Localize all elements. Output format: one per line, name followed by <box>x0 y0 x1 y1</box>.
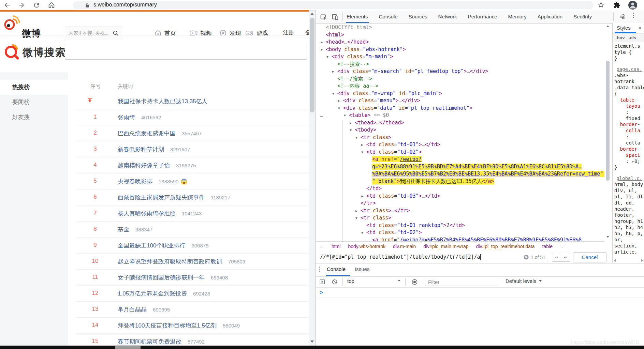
tree-node[interactable]: q=%23%E6%88%91%E5%9B%BD%E7%A4%BE%E4%BF%9… <box>319 163 582 171</box>
tab-issues[interactable]: Issues <box>355 266 369 272</box>
inspect-element-icon[interactable] <box>320 13 327 20</box>
tree-node[interactable]: "_blank">我国社保卡持卡人数已达13.35亿人</a> <box>319 178 494 185</box>
expand-arrow-icon[interactable]: ▶ <box>350 119 355 127</box>
sidebar-item-3[interactable]: 好友搜 <box>0 110 68 125</box>
stylesheet-link[interactable]: global.c. <box>613 175 644 181</box>
tree-scrollbar-thumb[interactable] <box>606 61 610 181</box>
tab-security[interactable]: Security <box>573 11 592 23</box>
tab-performance[interactable]: Performance <box>467 11 498 23</box>
breadcrumb-overflow[interactable]: … <box>560 244 565 249</box>
keyword-link[interactable]: 1.05万亿元养老金到账投资692428 <box>118 290 210 298</box>
tree-node[interactable]: ▼<tr class> <box>319 134 391 141</box>
tab-elements[interactable]: Elements <box>346 11 369 23</box>
tab-sources[interactable]: Sources <box>408 11 428 23</box>
tree-node[interactable]: <td class="td-01 ranktop">2</td> <box>319 222 465 229</box>
tree-node[interactable]: …▼<table> == $0 <box>319 112 389 119</box>
tab-application[interactable]: Application <box>537 11 563 23</box>
tab-memory[interactable]: Memory <box>508 11 527 23</box>
keyword-link[interactable]: 赵立坚说望拜登政府吸取特朗普政府教训705809 <box>118 258 245 265</box>
keyword-link[interactable]: 我国社保卡持卡人数已达13.35亿人 <box>118 97 208 105</box>
tree-node[interactable]: ▶<div class="m-search" id="pl_feedtop_to… <box>319 68 488 75</box>
tree-node[interactable]: ▶<td class="td-01">…</td> <box>319 141 440 149</box>
device-toolbar-icon[interactable] <box>332 13 339 20</box>
tree-node[interactable]: ▶<head>…</head> <box>319 39 369 46</box>
tree-node[interactable]: ▼<td class="td-02"> <box>319 229 422 237</box>
keyword-link[interactable]: 基金988347 <box>118 226 152 233</box>
keyword-link[interactable]: 杨天真晒张雨绮孕肚照1041243 <box>118 210 202 217</box>
home-icon[interactable] <box>48 1 55 9</box>
sidebar-item-1[interactable]: 热搜榜 <box>0 80 68 95</box>
cancel-button[interactable]: Cancel <box>573 252 606 262</box>
stylesheet-link[interactable]: page.css. <box>613 66 644 72</box>
expand-arrow-icon[interactable]: ▼ <box>321 46 326 54</box>
keyword-link[interactable]: 越南模特好像章子怡3193275 <box>118 162 196 169</box>
tree-node[interactable]: ▼<tr class> <box>319 214 391 222</box>
breadcrumb-item[interactable]: body.wbs-hotrank <box>348 244 385 249</box>
toggle-class-editor[interactable]: .cls <box>629 35 636 40</box>
scroll-left-icon[interactable] <box>614 259 616 262</box>
tree-scroll-up-icon[interactable] <box>606 25 609 27</box>
console-prompt[interactable]: > <box>320 289 323 295</box>
tree-node[interactable]: ▼<div class="m-wrap" id="plc_main"> <box>319 90 442 97</box>
horizontal-scrollbar-thumb[interactable] <box>115 346 141 349</box>
forward-icon[interactable] <box>18 1 25 9</box>
tree-node[interactable]: <html> <box>319 31 344 39</box>
expand-arrow-icon[interactable]: ▼ <box>332 90 337 97</box>
previous-match-button[interactable] <box>552 253 561 261</box>
expand-arrow-icon[interactable]: ▶ <box>355 207 361 215</box>
bookmark-star-icon[interactable] <box>598 1 604 8</box>
keyword-link[interactable]: 芈月白晶晶600695 <box>118 306 170 314</box>
keyword-link[interactable]: 春节期间机票可免费退改577492 <box>118 338 205 346</box>
tree-node[interactable]: ▶<td class="td-03">…</td> <box>319 193 440 200</box>
nav-item-video[interactable]: 视频 <box>189 27 212 40</box>
back-icon[interactable] <box>3 1 11 9</box>
keyword-link[interactable]: 巴西总统发推感谢中国3557467 <box>118 130 202 137</box>
weibo-logo-icon[interactable] <box>2 14 21 32</box>
toggle-hover-state[interactable]: :hov <box>615 35 625 40</box>
keyword-link[interactable]: 新春电影种草计划3291607 <box>118 146 190 153</box>
nav-item-game[interactable]: 游戏 <box>246 27 268 40</box>
styles-horizontal-scrollbar[interactable] <box>613 258 644 262</box>
settings-gear-icon[interactable] <box>619 13 626 20</box>
expand-arrow-icon[interactable]: ▼ <box>355 214 361 222</box>
tree-node[interactable]: <!--搜索--> <box>319 61 369 68</box>
node-menu-dots[interactable]: … <box>320 112 323 119</box>
scroll-up-icon[interactable] <box>310 13 314 15</box>
tree-node[interactable]: <a href="/weibo?q=%E5%B7%B4%E8%A5%BF%E6%… <box>319 237 582 242</box>
weibo-search-logo-icon[interactable] <box>3 42 20 60</box>
expand-arrow-icon[interactable]: ▼ <box>350 126 355 134</box>
tab-console[interactable]: Console <box>327 266 346 272</box>
breadcrumb-overflow[interactable]: … <box>319 244 324 249</box>
console-filter-input[interactable]: Filter <box>425 278 497 286</box>
tree-node[interactable]: ▼<td class="td-02"> <box>319 149 422 156</box>
tab-console[interactable]: Console <box>378 11 398 23</box>
tree-node[interactable]: %BA%BA%E6%95%B0%E5%B7%B2%E8%BE%BE13.35%E… <box>319 170 604 178</box>
keyword-link[interactable]: 央视春晚彩排1388590😱 <box>118 178 187 185</box>
expand-arrow-icon[interactable]: ▶ <box>361 193 366 200</box>
expand-arrow-icon[interactable]: ▼ <box>344 112 349 119</box>
live-expression-eye-icon[interactable] <box>411 279 418 285</box>
page-scrollbar-thumb[interactable] <box>310 18 314 112</box>
context-selector[interactable]: top <box>347 278 402 284</box>
tree-node[interactable]: <!DOCTYPE html> <box>319 24 372 31</box>
next-match-button[interactable] <box>561 253 570 261</box>
log-levels-dropdown[interactable]: Default levels <box>506 278 542 284</box>
expand-arrow-icon[interactable]: ▼ <box>361 149 366 156</box>
console-sidebar-icon[interactable] <box>319 279 325 285</box>
clear-console-icon[interactable] <box>332 279 338 285</box>
breadcrumb-item[interactable]: table <box>542 244 553 249</box>
keyword-link[interactable]: 张雨绮4616592 <box>118 113 161 121</box>
main-search-input[interactable] <box>65 44 307 60</box>
tree-node[interactable]: </td> <box>319 185 382 193</box>
expand-arrow-icon[interactable]: ▼ <box>338 105 343 112</box>
tree-node[interactable]: <!--内容 aa--> <box>319 82 378 90</box>
tree-node[interactable]: ▼<div class="data" id="pl_top_realtimeho… <box>319 105 472 112</box>
keyword-link[interactable]: 全国最缺工100个职业排行906879 <box>118 242 208 249</box>
profile-avatar[interactable] <box>628 1 637 10</box>
styles-more-tabs-chevron[interactable]: » <box>639 25 641 30</box>
nav-item-discover[interactable]: 发现 <box>219 27 241 40</box>
expand-arrow-icon[interactable]: ▶ <box>361 141 366 149</box>
tab-styles[interactable]: Styles <box>617 25 631 31</box>
expand-arrow-icon[interactable]: ▶ <box>338 97 343 105</box>
weibo-logo-text[interactable]: 微博 <box>22 27 41 40</box>
